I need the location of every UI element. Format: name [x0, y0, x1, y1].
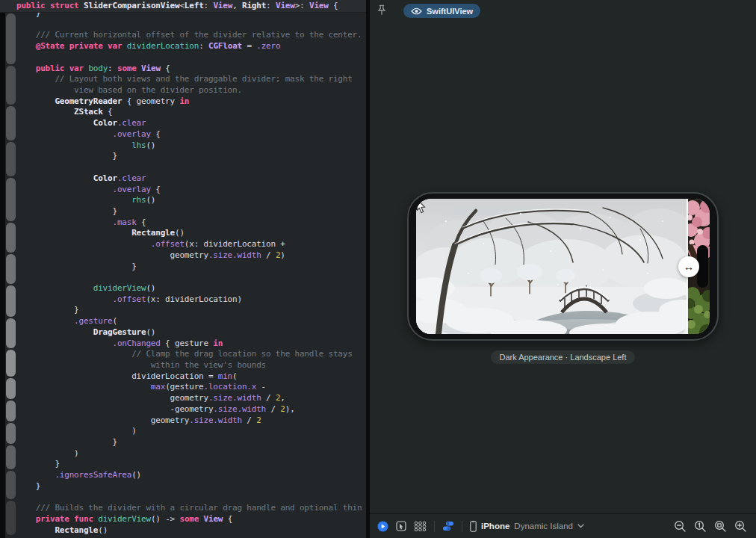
device-picker-name: iPhone: [481, 522, 509, 531]
code-line: .ignoresSafeArea(): [16, 470, 366, 481]
code-line: // Layout both views and the draggable d…: [16, 74, 366, 85]
preview-tab-label: SwiftUIView: [427, 7, 473, 16]
code-line: Color.clear: [16, 173, 366, 185]
live-preview-button[interactable]: [377, 521, 388, 532]
code-line: ): [16, 448, 366, 460]
winter-photo: [416, 199, 704, 334]
code-line: [16, 272, 366, 283]
device-picker[interactable]: iPhone Dynamic Island: [470, 521, 584, 532]
code-line: rhs(): [16, 195, 366, 206]
code-line: Color.clear: [16, 118, 366, 129]
code-line: Rectangle(): [16, 525, 366, 537]
code-line: }: [16, 481, 366, 492]
device-screen[interactable]: ↔: [416, 199, 710, 334]
preview-canvas: SwiftUIView: [370, 0, 756, 538]
eye-icon: [411, 7, 422, 15]
code-line: .onChanged { gesture in: [16, 338, 366, 350]
code-line: ZStack {: [16, 107, 366, 118]
code-line: Rectangle(): [16, 228, 366, 239]
code-line: within the view's bounds: [16, 360, 366, 371]
code-line: public var body: some View {: [16, 64, 366, 75]
canvas-toolbar: iPhone Dynamic Island: [370, 513, 756, 538]
code-line: }: [16, 305, 366, 316]
code-line: .overlay {: [16, 129, 366, 140]
code-line: [16, 19, 366, 31]
code-line: private func dividerView() -> some View …: [16, 514, 366, 525]
cursor-arrow-icon: [400, 524, 403, 530]
editor-pane[interactable]: } /// Current horizontal offset of the d…: [0, 0, 366, 538]
select-mode-button[interactable]: [396, 521, 406, 531]
code-line: DragGesture(): [16, 327, 366, 338]
toolbar-separator: [434, 521, 435, 532]
code-line: -geometry.size.width / 2),: [16, 404, 366, 415]
code-line: }: [16, 437, 366, 448]
zoom-fit-button[interactable]: [714, 520, 727, 533]
code-line: .gesture(: [16, 316, 366, 327]
xcode-window: } /// Current horizontal offset of the d…: [0, 0, 756, 538]
phone-icon: [470, 521, 477, 532]
slider-comparison-preview: [416, 199, 710, 334]
code-line: dividerView(): [16, 283, 366, 294]
code-lines[interactable]: } /// Current horizontal offset of the d…: [0, 8, 366, 537]
code-line: view based on the divider position.: [16, 85, 366, 96]
code-line: }: [16, 459, 366, 470]
code-line: .mask {: [16, 217, 366, 229]
code-line: .offset(x: dividerLocation): [16, 294, 366, 306]
code-line: geometry.size.width / 2,: [16, 393, 366, 404]
resize-horizontal-icon: ↔: [684, 261, 694, 273]
zoom-out-button[interactable]: [674, 520, 687, 533]
code-line: [16, 492, 366, 504]
zoom-actual-size-button[interactable]: [694, 520, 707, 533]
code-line: .offset(x: dividerLocation +: [16, 239, 366, 250]
device-picker-variant: Dynamic Island: [514, 522, 573, 531]
device-settings-button[interactable]: [442, 521, 454, 531]
chevron-down-icon: [577, 524, 584, 528]
code-line: /// Current horizontal offset of the div…: [16, 30, 366, 41]
code-line: geometry.size.width / 2: [16, 415, 366, 427]
code-line: }: [16, 206, 366, 217]
code-line: /// Builds the divider with a circular d…: [16, 503, 366, 514]
code-line: }: [16, 262, 366, 273]
code-line: .overlay {: [16, 185, 366, 196]
toolbar-separator: [462, 521, 462, 532]
mouse-cursor: [416, 199, 427, 214]
zoom-in-button[interactable]: [734, 520, 747, 533]
code-line: [16, 52, 366, 64]
code-line: }: [16, 151, 366, 162]
sticky-declaration: public struct SliderComparisonView<Left:…: [0, 0, 366, 13]
drag-handle[interactable]: ↔: [678, 256, 699, 277]
preview-caption-pill: Dark Appearance · Landscape Left: [491, 350, 634, 364]
code-line: lhs(): [16, 140, 366, 152]
code-line: GeometryReader { geometry in: [16, 96, 366, 108]
variants-button[interactable]: [414, 521, 427, 531]
code-line: @State private var dividerLocation: CGFl…: [16, 41, 366, 52]
code-line: ): [16, 426, 366, 437]
code-line: geometry.size.width / 2): [16, 250, 366, 262]
code-line: dividerLocation = min(: [16, 371, 366, 383]
canvas-top-bar: SwiftUIView: [370, 0, 756, 22]
code-line: max(gesture.location.x -: [16, 382, 366, 393]
preview-tab-badge[interactable]: SwiftUIView: [403, 4, 480, 18]
device-frame: ↔: [407, 192, 719, 341]
code-line: [16, 162, 366, 173]
code-line: // Clamp the drag location so the handle…: [16, 349, 366, 360]
pin-icon[interactable]: [377, 4, 387, 19]
preview-caption: Dark Appearance · Landscape Left: [407, 350, 719, 364]
